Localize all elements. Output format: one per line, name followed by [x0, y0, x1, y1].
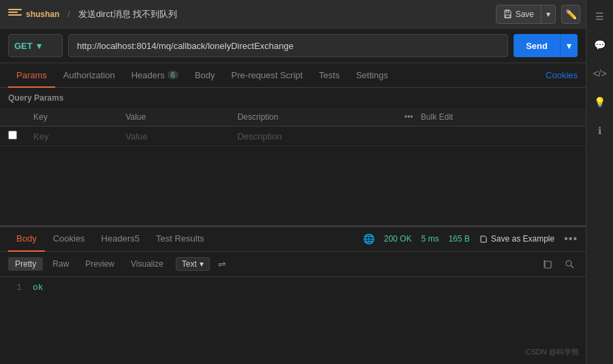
table-row: Key Value Description — [0, 127, 586, 146]
url-input[interactable] — [68, 34, 508, 57]
send-button[interactable]: Send ▾ — [514, 34, 578, 57]
save-icon — [503, 10, 512, 18]
send-main[interactable]: Send — [514, 34, 561, 57]
th-value: Value — [117, 108, 229, 127]
params-table: Key Value Description ••• Bulk Edit Key — [0, 108, 586, 146]
tab-body[interactable]: Body — [187, 63, 223, 88]
th-checkbox — [0, 108, 25, 127]
save-label: Save — [516, 10, 534, 19]
svg-line-4 — [571, 265, 573, 268]
svg-rect-2 — [545, 261, 551, 268]
format-right-icons — [539, 256, 578, 272]
sidebar-icon-comments[interactable]: 💬 — [591, 35, 610, 54]
tab-authorization[interactable]: Authorization — [55, 63, 123, 88]
globe-icon: 🌐 — [363, 233, 375, 244]
tab-tests[interactable]: Tests — [311, 63, 347, 88]
fmt-tab-preview[interactable]: Preview — [78, 257, 121, 271]
response-tabs-row: Body Cookies Headers 5 Test Results 🌐 20… — [0, 227, 586, 252]
save-dropdown-arrow[interactable]: ▾ — [541, 5, 555, 23]
tab-settings[interactable]: Settings — [348, 63, 396, 88]
search-icon — [565, 259, 574, 269]
desc-placeholder: Description — [238, 131, 282, 142]
right-sidebar: ☰ 💬 </> 💡 ℹ — [586, 0, 613, 364]
format-type-select[interactable]: Text ▾ — [176, 257, 210, 271]
request-title: 发送dirct消息 找不到队列 — [78, 8, 177, 20]
response-tab-test-results[interactable]: Test Results — [148, 227, 213, 252]
query-params-label: Query Params — [0, 88, 586, 108]
filter-icon[interactable]: ⇌ — [218, 259, 226, 269]
svg-point-3 — [566, 261, 571, 266]
copy-icon-button[interactable] — [539, 256, 556, 272]
response-body: 1 ok — [0, 277, 586, 365]
response-line: 1 ok — [8, 282, 578, 293]
sidebar-icon-info[interactable]: ℹ — [591, 121, 610, 140]
response-area: Body Cookies Headers 5 Test Results 🌐 20… — [0, 225, 586, 365]
svg-rect-0 — [506, 10, 509, 12]
tab-headers[interactable]: Headers 6 — [123, 63, 187, 88]
search-icon-button[interactable] — [561, 256, 578, 272]
top-bar: shushan / 发送dirct消息 找不到队列 Save ▾ ✏️ ⬜ — [0, 0, 613, 29]
format-type-arrow: ▾ — [200, 259, 204, 269]
bulk-edit-button[interactable]: Bulk Edit — [421, 112, 453, 122]
url-bar: GET ▾ Send ▾ — [0, 29, 586, 63]
save-button[interactable]: Save ▾ — [496, 5, 556, 24]
row-checkbox-cell — [0, 127, 25, 146]
method-label: GET — [14, 41, 33, 51]
logo[interactable]: shushan — [8, 9, 59, 20]
fmt-tab-visualize[interactable]: Visualize — [124, 257, 170, 271]
line-number: 1 — [8, 282, 22, 293]
watermark: CSDN @科学熊 — [526, 347, 579, 357]
send-dropdown-icon: ▾ — [567, 41, 571, 51]
fmt-tab-raw[interactable]: Raw — [46, 257, 76, 271]
response-tab-headers[interactable]: Headers 5 — [93, 227, 148, 252]
response-headers-badge: 5 — [135, 233, 140, 244]
request-tabs-row: Params Authorization Headers 6 Body Pre-… — [0, 63, 586, 88]
response-tab-cookies[interactable]: Cookies — [45, 227, 93, 252]
response-size: 165 B — [448, 234, 469, 244]
method-arrow: ▾ — [37, 41, 42, 51]
sidebar-icon-list[interactable]: ☰ — [591, 7, 610, 26]
edit-icon-button[interactable]: ✏️ — [561, 5, 580, 24]
send-arrow[interactable]: ▾ — [561, 34, 578, 57]
th-actions: ••• Bulk Edit — [396, 108, 586, 127]
tab-pre-request[interactable]: Pre-request Script — [223, 63, 311, 88]
th-key: Key — [25, 108, 117, 127]
response-time: 5 ms — [421, 234, 439, 244]
response-status: 🌐 200 OK 5 ms 165 B Save as Example ••• — [363, 233, 578, 245]
fmt-tab-pretty[interactable]: Pretty — [8, 257, 43, 271]
row-key[interactable]: Key — [25, 127, 117, 146]
row-checkbox[interactable] — [8, 131, 17, 139]
method-select[interactable]: GET ▾ — [8, 34, 63, 57]
headers-badge: 6 — [168, 71, 178, 79]
line-content: ok — [33, 282, 44, 293]
format-bar: Pretty Raw Preview Visualize Text ▾ ⇌ — [0, 252, 586, 277]
send-label: Send — [526, 41, 548, 51]
row-value[interactable]: Value — [117, 127, 229, 146]
save-example-button[interactable]: Save as Example — [480, 234, 554, 244]
save-example-icon — [480, 235, 488, 243]
more-options-button[interactable]: ••• — [564, 233, 578, 245]
main-area: GET ▾ Send ▾ Params Authorization Header… — [0, 29, 586, 364]
th-description: Description — [230, 108, 396, 127]
sidebar-icon-lightbulb[interactable]: 💡 — [591, 93, 610, 112]
sidebar-icon-code[interactable]: </> — [591, 64, 610, 83]
tab-params[interactable]: Params — [8, 63, 55, 88]
key-placeholder: Key — [33, 131, 48, 142]
format-type-label: Text — [182, 259, 197, 269]
save-arrow-icon: ▾ — [546, 10, 550, 19]
breadcrumb-separator: / — [67, 9, 70, 19]
save-main[interactable]: Save — [497, 5, 541, 23]
svg-rect-1 — [505, 15, 510, 18]
copy-icon — [543, 259, 552, 269]
save-example-label: Save as Example — [491, 234, 554, 244]
more-cols-icon: ••• — [405, 112, 413, 122]
logo-icon — [8, 9, 22, 20]
value-placeholder: Value — [125, 131, 147, 142]
response-tab-body[interactable]: Body — [8, 227, 45, 252]
cookies-button[interactable]: Cookies — [546, 70, 578, 80]
row-description[interactable]: Description — [230, 127, 586, 146]
params-content: Query Params Key Value Description ••• B… — [0, 88, 586, 225]
status-code: 200 OK — [384, 234, 412, 244]
workspace-label: shushan — [26, 10, 59, 19]
